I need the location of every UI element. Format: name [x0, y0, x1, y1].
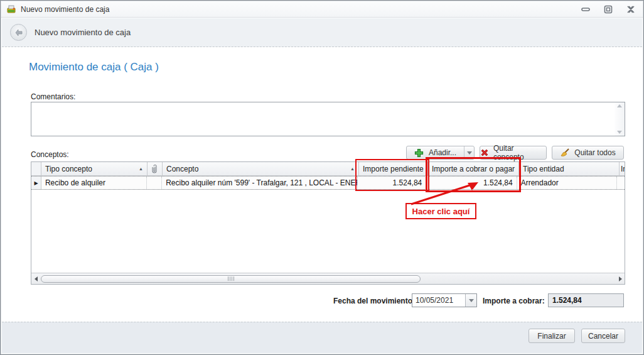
finalizar-button[interactable]: Finalizar	[529, 329, 575, 343]
sort-asc-icon: ▲	[136, 167, 143, 171]
column-header-tipo-concepto[interactable]: Tipo concepto ▲	[41, 162, 148, 175]
column-header-clipped[interactable]: Im	[620, 162, 625, 175]
cancelar-button[interactable]: Cancelar	[581, 329, 625, 343]
cell-importe-pendiente[interactable]: 1.524,84	[358, 177, 427, 189]
add-concept-split-button[interactable]: Añadir...	[406, 146, 475, 160]
broom-icon	[560, 148, 570, 158]
column-header-attachment[interactable]	[148, 162, 163, 175]
cell-attachment[interactable]	[147, 177, 162, 189]
row-arrow-icon: ▶	[34, 180, 38, 186]
column-label: Tipo concepto	[45, 165, 92, 173]
titlebar: Nuevo movimiento de caja	[1, 1, 643, 18]
column-header-importe-cobrar[interactable]: Importe a cobrar o pagar	[428, 162, 519, 175]
fecha-movimiento-value[interactable]: 10/05/2021	[412, 294, 465, 307]
date-dropdown-button[interactable]	[465, 294, 476, 307]
scroll-left-icon[interactable]	[31, 276, 40, 281]
dialog-nuevo-movimiento: Nuevo movimiento de caja Nuevo movimient…	[0, 0, 644, 355]
back-button[interactable]	[10, 24, 27, 41]
paperclip-icon	[152, 164, 158, 174]
remove-concept-button[interactable]: Quitar concepto	[480, 146, 547, 160]
scroll-down-icon[interactable]	[617, 131, 622, 134]
cell-importe-cobrar[interactable]: 1.524,84	[426, 177, 517, 189]
comments-label: Comentarios:	[31, 92, 75, 101]
column-label: Tipo entidad	[523, 165, 564, 173]
plus-icon	[414, 148, 424, 158]
maximize-button[interactable]	[601, 4, 615, 14]
concepts-label: Conceptos:	[31, 150, 69, 159]
scroll-up-icon[interactable]	[617, 104, 622, 107]
grid-header: Tipo concepto ▲ Concepto ▲ Importe pendi…	[31, 162, 625, 176]
minimize-button[interactable]	[579, 4, 593, 14]
app-icon	[6, 4, 16, 14]
remove-all-button[interactable]: Quitar todos	[552, 146, 624, 160]
window-title: Nuevo movimiento de caja	[21, 5, 109, 14]
cell-tipo-concepto[interactable]: Recibo de alquiler	[41, 177, 147, 189]
chevron-down-icon	[467, 151, 472, 155]
concepts-grid: Tipo concepto ▲ Concepto ▲ Importe pendi…	[31, 161, 625, 285]
scrollbar-thumb[interactable]	[41, 275, 421, 283]
chevron-down-icon	[469, 299, 474, 302]
column-label: Concepto	[166, 165, 198, 173]
comments-textarea[interactable]	[31, 102, 625, 136]
back-arrow-icon	[14, 29, 23, 36]
cell-tipo-entidad[interactable]: Arrendador	[517, 177, 617, 189]
remove-concept-label: Quitar concepto	[493, 144, 546, 161]
column-label: Importe pendiente	[363, 165, 424, 173]
importe-cobrar-value: 1.524,84	[552, 296, 582, 305]
annotation-label: Hacer clic aquí	[405, 203, 476, 219]
column-label: Im	[621, 165, 625, 173]
scroll-right-icon[interactable]	[616, 276, 625, 281]
page-title: Movimiento de caja ( Caja )	[29, 61, 159, 74]
red-x-icon	[480, 148, 489, 157]
add-concept-label: Añadir...	[429, 148, 456, 157]
cell-clipped	[617, 177, 625, 189]
importe-cobrar-field: 1.524,84	[548, 293, 624, 307]
grid-corner-cell	[31, 162, 41, 175]
importe-cobrar-label: Importe a cobrar:	[483, 297, 545, 305]
header-title: Nuevo movimiento de caja	[35, 28, 131, 37]
comments-scrollbar[interactable]	[614, 102, 625, 136]
fecha-movimiento-label: Fecha del movimiento	[333, 297, 412, 305]
column-header-tipo-entidad[interactable]: Tipo entidad	[519, 162, 620, 175]
add-concept-dropdown[interactable]	[464, 146, 474, 159]
column-label: Importe a cobrar o pagar	[432, 165, 515, 173]
sort-asc-icon: ▲	[348, 167, 355, 171]
footer-bar: Finalizar Cancelar	[2, 322, 642, 353]
fecha-movimiento-field[interactable]: 10/05/2021	[412, 293, 477, 307]
close-button[interactable]	[624, 4, 638, 14]
row-indicator: ▶	[31, 177, 41, 189]
cell-concepto[interactable]: Recibo alquiler núm '599' - Trafalgar, 1…	[162, 177, 358, 189]
column-header-concepto[interactable]: Concepto ▲	[163, 162, 359, 175]
table-row[interactable]: ▶ Recibo de alquiler Recibo alquiler núm…	[31, 176, 625, 190]
remove-all-label: Quitar todos	[574, 148, 615, 157]
header-bar: Nuevo movimiento de caja	[2, 18, 642, 47]
column-header-importe-pendiente[interactable]: Importe pendiente	[359, 162, 428, 175]
grid-horizontal-scrollbar[interactable]	[31, 273, 625, 284]
